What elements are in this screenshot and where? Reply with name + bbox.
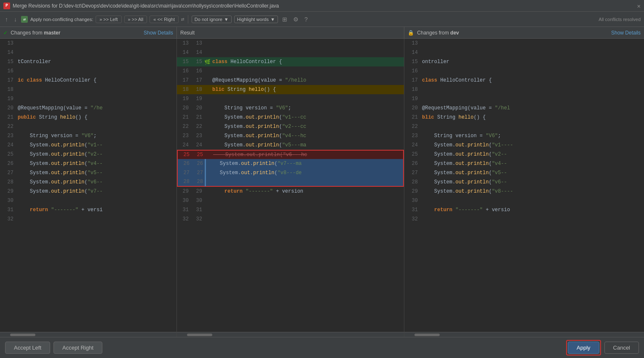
merge-icon: ⇄ [21,16,28,23]
table-row: 25 System.out.println("v2-- [0,150,176,159]
left-code-container[interactable]: 13 14 15 tController 16 17 ic class Hell… [0,39,176,332]
apply-left-button[interactable]: » >> Left [96,16,121,23]
table-row: 13 [404,39,644,48]
settings-button[interactable]: ⚙ [291,15,300,24]
right-scroll-thumb[interactable] [414,334,440,336]
accept-left-button[interactable]: Accept Left [5,342,50,354]
table-row: 32 [404,215,644,224]
title-bar: P Merge Revisions for D:\dev-tct\Devops\… [0,0,644,12]
table-row: 21 blic String hello() { [404,113,644,122]
footer: Accept Left Accept Right Apply Cancel [0,337,644,358]
table-row: 18 [0,85,176,94]
highlight-words-dropdown[interactable]: Highlight words ▼ [234,16,278,23]
table-row: 20 @RequestMapping(value = "/he [0,103,176,113]
table-row: 31 31 [177,205,404,215]
master-branch-label: master [44,30,60,36]
table-row: 21 21 System.out.println("v1---cc [177,113,404,122]
table-row: 29 System.out.println("v7-- [0,187,176,196]
show-details-left-link[interactable]: Show Details [144,30,173,36]
table-row: 24 System.out.println("v1-- [0,141,176,150]
table-row: 32 32 [177,215,404,224]
table-row: 18 18 blic String hello() { [177,85,404,94]
table-row: 23 String version = "V6"; [404,131,644,141]
right-code-container[interactable]: 13 14 15 ontroller 16 17 class HelloCont… [404,39,644,332]
table-row: 24 System.out.println("v1---- [404,141,644,150]
table-row: 26 System.out.println("v4-- [0,159,176,168]
table-row: 29 System.out.println("v8---- [404,187,644,196]
table-row: 27 System.out.println("v5-- [0,168,176,178]
chevron-down-icon-2: ▼ [270,17,275,22]
table-row: 16 [404,66,644,76]
table-row: 32 [0,215,176,224]
table-row: 26 26 System.out.println("v7---ma [177,159,404,168]
table-row: 17 17 @RequestMapping(value = "/hello [177,76,404,85]
table-row: 14 [404,48,644,57]
table-row: 19 [404,94,644,103]
chevron-down-icon: ▼ [224,17,229,22]
close-button[interactable]: ✕ [637,2,641,9]
table-row: 23 String version = "V6"; [0,131,176,141]
mid-scrollbar[interactable] [177,332,404,337]
table-row: 15 15 🌿 class HelloController { [177,57,404,66]
grid-button[interactable]: ⊞ [281,15,289,24]
help-button[interactable]: ? [303,15,310,24]
left-scrollbar[interactable] [0,332,176,337]
mid-panel: 13 13 14 14 15 15 🌿 class HelloControlle… [177,39,404,337]
table-row: 20 20 String version = "V6"; [177,103,404,113]
main-content: 13 14 15 tController 16 17 ic class Hell… [0,39,644,337]
apply-all-button[interactable]: » >> All [124,16,147,23]
accept-right-button[interactable]: Accept Right [53,342,102,354]
dev-branch-label: dev [450,30,459,36]
table-row: 16 [0,66,176,76]
table-row: 30 [404,196,644,205]
nav-up-button[interactable]: ↑ [3,15,10,24]
table-row: 15 tController [0,57,176,66]
apply-right-button[interactable]: « << Right [150,16,179,23]
right-arrow-icon: « [153,17,156,22]
apply-border-highlight: Apply [566,340,601,355]
window-title: Merge Revisions for D:\dev-tct\Devops\de… [13,3,279,9]
table-row: 15 ontroller [404,57,644,66]
table-row: 27 System.out.println("v5-- [404,168,644,178]
table-row: 22 [404,122,644,131]
table-row: 30 [0,196,176,205]
left-header-title: ✓ Changes from master [3,30,60,36]
toolbar: ↑ ↓ ⇄ Apply non-conflicting changes: » >… [0,12,644,27]
all-conflicts-resolved-label: All conflicts resolved [599,17,641,22]
table-row: 26 System.out.println("v4-- [404,159,644,168]
cancel-button[interactable]: Cancel [604,342,639,354]
nav-down-button[interactable]: ↓ [12,15,19,24]
checkmark-icon: ✓ [3,30,8,36]
mid-code-container[interactable]: 13 13 14 14 15 15 🌿 class HelloControlle… [177,39,404,332]
left-scroll-thumb[interactable] [10,334,35,336]
table-row: 19 19 [177,94,404,103]
left-arrow-icon: » [99,17,102,22]
column-headers: ✓ Changes from master Show Details Resul… [0,27,644,39]
table-row: 20 @RequestMapping(value = "/hel [404,103,644,113]
right-column-header: 🔒 Changes from dev Show Details [404,27,644,38]
table-row: 19 [0,94,176,103]
do-not-ignore-dropdown[interactable]: Do not ignore ▼ [192,16,232,23]
all-arrow-icon: » [128,17,131,22]
toolbar-separator-1 [188,15,188,24]
table-row: 30 30 [177,196,404,205]
changes-from-label-right: Changes from [417,30,450,36]
blue-stripe [205,177,206,186]
left-column-header: ✓ Changes from master Show Details [0,27,177,38]
apply-non-conflicting-label: Apply non-conflicting changes: [30,17,93,22]
mid-scroll-thumb[interactable] [187,334,212,336]
table-row: 31 return "-------" + versi [0,205,176,215]
table-row: 18 [404,85,644,94]
show-details-right-link[interactable]: Show Details [611,30,641,36]
table-row: 13 13 [177,39,404,48]
changes-from-label: Changes from [11,30,44,36]
table-row: 14 [0,48,176,57]
apply-button[interactable]: Apply [568,342,599,354]
table-row: 28 28 [177,178,404,187]
footer-apply-area: Apply Cancel [566,340,639,355]
right-header-title: 🔒 Changes from dev [408,30,459,36]
table-row: 16 16 [177,66,404,76]
table-row: 29 29 return "-------" + version [177,187,404,196]
table-row: 22 [0,122,176,131]
right-scrollbar[interactable] [404,332,644,337]
